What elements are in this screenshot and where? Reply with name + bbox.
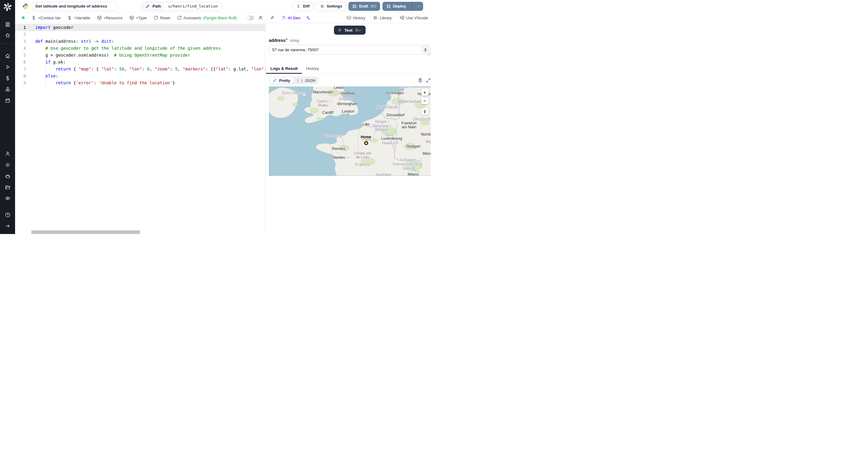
path-edit[interactable]: Path [142, 2, 164, 10]
sidebar-group-admin [0, 148, 15, 204]
view-switcher: Pretty{ }JSON [269, 76, 319, 84]
toolbar-item-reset[interactable]: Reset [153, 15, 170, 20]
argument-type: string [290, 38, 299, 43]
settings-button[interactable]: Settings [316, 2, 346, 11]
format-brush-icon[interactable] [270, 15, 275, 20]
sidebar-item-settings[interactable] [2, 159, 13, 170]
line-number: 7 [15, 66, 26, 73]
sidebar-item-resources[interactable] [2, 84, 13, 95]
path-widget[interactable]: Path u/henri/find_location [142, 2, 222, 11]
toolbar-item-history[interactable]: History [347, 15, 365, 20]
toolbar-item--resource[interactable]: +Resource [97, 15, 123, 20]
horizontal-scrollbar[interactable] [31, 230, 140, 234]
toolbar-item-use-vscode[interactable]: Use VScode [400, 15, 428, 20]
sidebar-item-help[interactable] [2, 209, 13, 221]
sidebar-item-variables[interactable] [2, 73, 13, 84]
result-map[interactable]: Leeds◦Manchester◦◦SheffieldEnglandCymru … [269, 87, 431, 176]
main-column: Path u/henri/find_location Diff Settings… [15, 0, 434, 234]
toolbar-item-label: History [353, 16, 365, 20]
result-tabs: Logs & ResultHistory [266, 64, 434, 74]
dollar-icon [31, 15, 36, 20]
windmill-logo[interactable] [0, 0, 15, 14]
people-icon[interactable] [258, 15, 263, 20]
view-pretty[interactable]: Pretty [270, 77, 293, 84]
favorites-icon [5, 33, 10, 38]
workers-icon [5, 173, 10, 179]
save-icon [352, 4, 357, 9]
topbar-actions: Diff Settings Draft ⌘S Deploy [292, 2, 423, 11]
code-text: else: [26, 73, 58, 79]
deploy-menu-button[interactable] [414, 2, 423, 11]
sidebar-item-user[interactable] [2, 148, 13, 159]
draft-button[interactable]: Draft ⌘S [348, 2, 380, 11]
sidebar-item-workers[interactable] [2, 170, 13, 181]
toolbar-item-assistants[interactable]: Assistants(Pyright Black Ruff) [177, 15, 237, 20]
sidebar-item-home[interactable] [2, 50, 13, 61]
save-icon [386, 4, 391, 9]
diff-button[interactable]: Diff [292, 2, 313, 11]
sidebar-item-runs[interactable] [2, 61, 13, 73]
home-marker[interactable] [364, 141, 368, 145]
tab-history[interactable]: History [302, 64, 323, 73]
toolbar-item-library[interactable]: Library [373, 15, 392, 20]
topbar: Path u/henri/find_location Diff Settings… [15, 0, 434, 13]
insert-variable-button[interactable]: $ [421, 46, 430, 53]
map-zoom-out-button[interactable]: − [421, 97, 428, 104]
argument-name: address [269, 38, 286, 43]
sidebar-item-favorites[interactable] [2, 30, 13, 41]
library-icon [373, 15, 378, 20]
marker-label: Home [361, 135, 371, 139]
deploy-main[interactable]: Deploy [382, 2, 410, 11]
copy-to-clipboard-icon[interactable] [418, 78, 423, 83]
indent-guide [45, 45, 46, 87]
app-root: Path u/henri/find_location Diff Settings… [0, 0, 434, 234]
sidebar-item-schedules[interactable] [2, 95, 13, 106]
windmill-logo-icon [3, 2, 12, 12]
line-number: 9 [15, 79, 26, 87]
sidebar-item-collapse[interactable] [2, 221, 13, 232]
tab-logs---result[interactable]: Logs & Result [266, 64, 302, 73]
view-json[interactable]: { }JSON [294, 77, 318, 84]
code-text: return { "map": { "lat": 50, "lon": 0, "… [26, 66, 265, 73]
draft-shortcut: ⌘S [370, 4, 376, 8]
address-input[interactable] [269, 45, 431, 55]
map-locate-button[interactable]: ⇧ [421, 108, 428, 115]
code-line-4: 4 # Use geocoder to get the latitude and… [15, 45, 265, 52]
package-icon [129, 15, 134, 20]
assistant-toggle[interactable] [246, 16, 254, 20]
view-label: Pretty [279, 78, 290, 83]
map-zoom-in-button[interactable]: + [421, 89, 428, 96]
test-shortcut: ⌘↵ [355, 28, 362, 33]
toolbar-item--context-var[interactable]: +Context Var [31, 15, 61, 20]
code-line-3: 3def main(address: str) -> dict: [15, 38, 265, 45]
expand-icon[interactable] [426, 78, 431, 83]
code-text: # Use geocoder to get the latitude and l… [26, 45, 221, 52]
code-text: import geocoder [26, 24, 73, 31]
code-line-5: 5 g = geocoder.osm(address) # Using Open… [15, 52, 265, 59]
toolbar-item-label: Assistants [184, 16, 201, 20]
sidebar-item-workspace[interactable] [2, 19, 13, 30]
sidebar-item-audit[interactable] [2, 193, 13, 204]
code-line-6: 6 if g.ok: [15, 59, 265, 66]
sparkles-icon[interactable] [305, 15, 310, 20]
sidebar-group-main [0, 50, 15, 106]
schedules-icon [5, 98, 10, 103]
pencil-icon [145, 4, 150, 9]
toolbar-item--variable[interactable]: +Variable [67, 15, 90, 20]
sidebar-item-folders[interactable] [2, 181, 13, 193]
reset-icon [153, 15, 158, 20]
sidebar-group-top [0, 19, 15, 41]
toolbar-item--type[interactable]: +Type [129, 15, 147, 20]
history-icon [347, 15, 351, 20]
map-land-ireland [269, 88, 298, 118]
reset-icon [177, 15, 182, 20]
code-text: def main(address: str) -> dict: [26, 38, 114, 45]
deploy-button[interactable]: Deploy [382, 2, 423, 11]
test-button[interactable]: Test ⌘↵ [334, 26, 366, 35]
code-editor[interactable]: 1import geocoder23def main(address: str)… [15, 23, 265, 234]
settings-icon [5, 162, 10, 168]
audit-icon [5, 196, 10, 201]
ai-gen-button[interactable]: AI Gen [281, 15, 301, 20]
toolbar-item-label: +Type [136, 16, 147, 20]
script-title-input[interactable] [32, 2, 117, 11]
